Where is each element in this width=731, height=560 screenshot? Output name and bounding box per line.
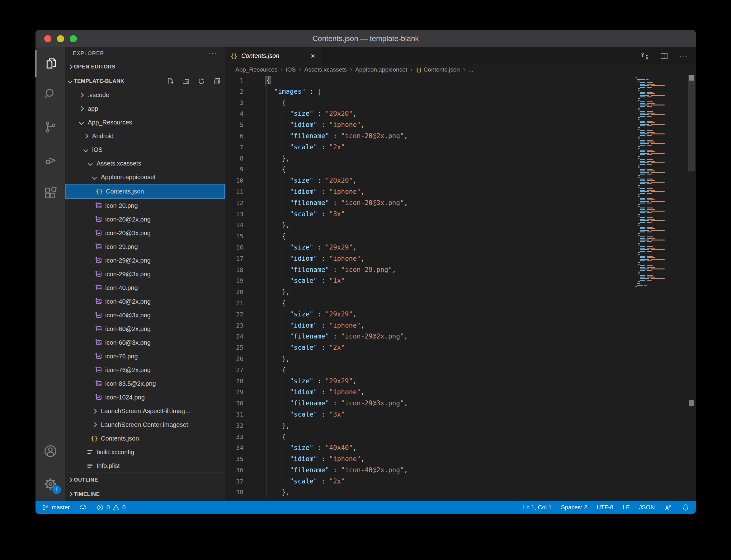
more-actions-icon[interactable]: ··· — [679, 52, 688, 60]
tree-item-icon-83-5-2x-png[interactable]: icon-83.5@2x.png — [65, 377, 225, 390]
code-line-17[interactable]: "idiom" : "iphone", — [251, 253, 633, 264]
new-folder-icon[interactable] — [182, 77, 190, 85]
code-line-35[interactable]: "idiom" : "iphone", — [251, 454, 633, 465]
code-line-28[interactable]: "size" : "29x29", — [251, 376, 633, 387]
notifications-button[interactable] — [682, 503, 690, 511]
collapse-folders-icon[interactable] — [213, 77, 221, 85]
code-line-33[interactable]: { — [251, 432, 633, 443]
tree-item-icon-60-2x-png[interactable]: icon-60@2x.png — [65, 322, 225, 336]
tree-item-app-resources[interactable]: App_Resources — [65, 115, 225, 129]
code-line-22[interactable]: "size" : "29x29", — [251, 309, 633, 320]
problems-status[interactable]: 0 0 — [96, 504, 125, 511]
encoding-status[interactable]: UTF-8 — [597, 504, 613, 511]
split-editor-icon[interactable] — [660, 52, 668, 60]
code-editor[interactable]: 1234567891011121314151617181920212223242… — [225, 75, 696, 501]
sidebar-item-extensions[interactable] — [35, 179, 65, 207]
publish-changes-button[interactable] — [79, 503, 87, 511]
code-line-6[interactable]: "filename" : "icon-20@2x.png", — [251, 131, 633, 142]
tree-item-icon-29-3x-png[interactable]: icon-29@3x.png — [65, 267, 225, 281]
tree-item--vscode[interactable]: .vscode — [65, 88, 225, 102]
breadcrumb-item-app-resources[interactable]: App_Resources — [235, 66, 277, 73]
account-button[interactable] — [35, 437, 65, 465]
cursor-position-status[interactable]: Ln 1, Col 1 — [523, 504, 552, 511]
tab-contents-json[interactable]: {} Contents.json × — [225, 47, 321, 64]
tree-item-icon-20-png[interactable]: icon-20.png — [65, 199, 225, 212]
section-timeline[interactable]: TIMELINE — [65, 487, 225, 501]
code-line-11[interactable]: "idiom" : "iphone", — [251, 186, 633, 198]
code-line-30[interactable]: "filename" : "icon-29@3x.png", — [251, 398, 633, 409]
indentation-status[interactable]: Spaces: 2 — [561, 504, 588, 511]
code-line-24[interactable]: "filename" : "icon-29@2x.png", — [251, 331, 633, 342]
sidebar-item-explorer[interactable] — [35, 50, 66, 77]
code-line-32[interactable]: }, — [251, 420, 633, 432]
code-line-15[interactable]: { — [251, 231, 633, 242]
code-line-12[interactable]: "filename" : "icon-20@3x.png", — [251, 198, 633, 209]
code-line-10[interactable]: "size" : "20x20", — [251, 175, 633, 186]
code-line-19[interactable]: "scale" : "1x" — [251, 275, 633, 287]
new-file-icon[interactable] — [166, 77, 174, 85]
code-line-25[interactable]: "scale" : "2x" — [251, 342, 633, 353]
tree-item-info-plist[interactable]: Info.plist — [65, 459, 225, 473]
language-mode-status[interactable]: JSON — [639, 504, 655, 511]
code-line-27[interactable]: { — [251, 365, 633, 376]
explorer-more-actions-icon[interactable]: ··· — [208, 49, 217, 58]
code-line-20[interactable]: }, — [251, 287, 633, 298]
section-outline[interactable]: OUTLINE — [65, 473, 225, 487]
code-line-26[interactable]: }, — [251, 353, 633, 365]
minimap[interactable] — [633, 75, 687, 501]
refresh-icon[interactable] — [197, 77, 205, 85]
tree-item-build-xcconfig[interactable]: build.xcconfig — [65, 445, 225, 459]
tree-item-contents-json[interactable]: {}Contents.json — [65, 184, 225, 199]
code-line-31[interactable]: "scale" : "3x" — [251, 409, 633, 420]
tree-item-icon-20-3x-png[interactable]: icon-20@3x.png — [65, 226, 225, 240]
code-line-14[interactable]: }, — [251, 220, 633, 231]
scrollbar-thumb[interactable] — [688, 75, 695, 171]
breadcrumb-item-assets-xcassets[interactable]: Assets.xcassets — [304, 66, 347, 73]
breadcrumb-item-contents-json[interactable]: {}Contents.json — [416, 66, 460, 73]
tree-item-icon-76-png[interactable]: icon-76.png — [65, 349, 225, 363]
tree-item-icon-40-2x-png[interactable]: icon-40@2x.png — [65, 295, 225, 308]
close-tab-icon[interactable]: × — [311, 52, 315, 60]
code-line-23[interactable]: "idiom" : "iphone", — [251, 320, 633, 331]
tree-item-launchscreen-aspectfill-imag-[interactable]: LaunchScreen.AspectFill.imag... — [65, 404, 225, 418]
code-line-18[interactable]: "filename" : "icon-29.png", — [251, 264, 633, 276]
section-open-editors[interactable]: OPEN EDITORS — [65, 60, 225, 74]
tree-item-assets-xcassets[interactable]: Assets.xcassets — [65, 156, 225, 170]
tree-item-android[interactable]: Android — [65, 129, 225, 143]
code-line-16[interactable]: "size" : "29x29", — [251, 242, 633, 253]
tree-item-launchscreen-center-imageset[interactable]: LaunchScreen.Center.imageset — [65, 418, 225, 432]
code-line-34[interactable]: "size" : "40x40", — [251, 442, 633, 454]
code-line-5[interactable]: "idiom" : "iphone", — [251, 119, 633, 131]
code-line-4[interactable]: "size" : "20x20", — [251, 108, 633, 119]
tree-item-icon-29-png[interactable]: icon-29.png — [65, 240, 225, 254]
code-line-9[interactable]: { — [251, 164, 633, 175]
code-line-38[interactable]: }, — [251, 487, 633, 498]
feedback-button[interactable] — [664, 503, 672, 511]
settings-button[interactable]: 1 — [35, 470, 65, 498]
tree-item-icon-29-2x-png[interactable]: icon-29@2x.png — [65, 254, 225, 267]
code-line-13[interactable]: "scale" : "3x" — [251, 209, 633, 220]
code-line-21[interactable]: { — [251, 298, 633, 309]
tree-item-app[interactable]: app — [65, 102, 225, 115]
code-line-29[interactable]: "idiom" : "iphone", — [251, 387, 633, 398]
code-line-3[interactable]: { — [251, 97, 633, 109]
eol-status[interactable]: LF — [623, 504, 630, 511]
section-workspace[interactable]: TEMPLATE-BLANK — [65, 74, 225, 88]
tree-item-icon-20-2x-png[interactable]: icon-20@2x.png — [65, 212, 225, 226]
breadcrumb-item-ios[interactable]: iOS — [286, 66, 296, 73]
breadcrumb-item--[interactable]: ... — [468, 66, 473, 73]
tree-item-appicon-appiconset[interactable]: AppIcon.appiconset — [65, 170, 225, 184]
code-line-2[interactable]: "images" : [ — [251, 86, 633, 97]
code-line-36[interactable]: "filename" : "icon-40@2x.png", — [251, 465, 633, 476]
sidebar-item-search[interactable] — [35, 80, 65, 108]
open-changes-icon[interactable] — [640, 52, 649, 60]
code-content[interactable]: { "images" : [ { "size" : "20x20", "idio… — [251, 75, 633, 501]
git-branch-status[interactable]: master — [42, 504, 70, 511]
sidebar-item-run-debug[interactable] — [35, 146, 65, 174]
tree-item-icon-60-3x-png[interactable]: icon-60@3x.png — [65, 336, 225, 349]
tree-item-icon-76-2x-png[interactable]: icon-76@2x.png — [65, 363, 225, 377]
tree-item-icon-40-3x-png[interactable]: icon-40@3x.png — [65, 308, 225, 322]
code-line-1[interactable]: { — [251, 75, 633, 86]
breadcrumb-item-appicon-appiconset[interactable]: AppIcon.appiconset — [355, 66, 407, 73]
code-line-8[interactable]: }, — [251, 153, 633, 164]
